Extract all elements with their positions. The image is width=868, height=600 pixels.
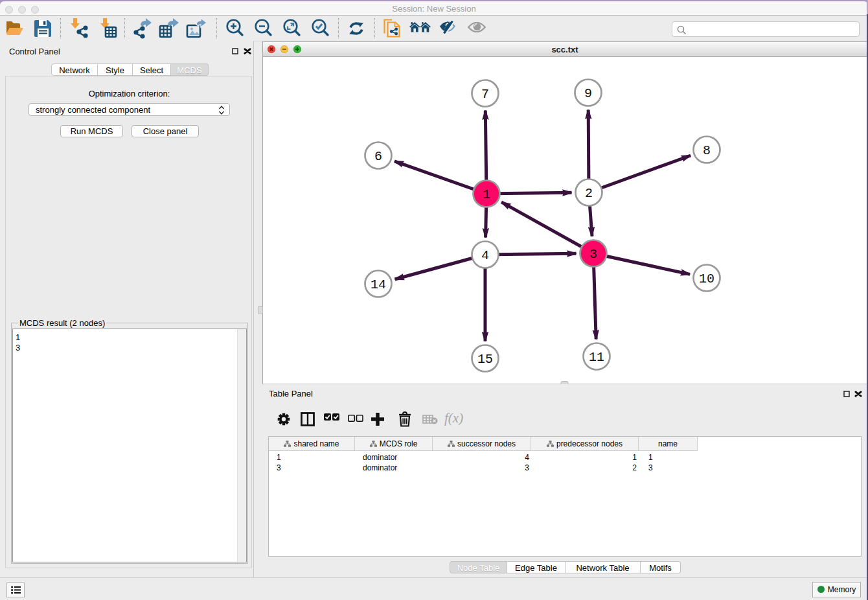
svg-text:1: 1: [483, 187, 490, 202]
svg-text:7: 7: [481, 87, 489, 102]
svg-text:15: 15: [477, 352, 493, 367]
svg-text:14: 14: [371, 277, 386, 292]
svg-text:10: 10: [699, 271, 714, 286]
svg-text:2: 2: [585, 186, 593, 201]
svg-text:6: 6: [374, 149, 382, 164]
svg-text:9: 9: [584, 86, 592, 101]
svg-text:4: 4: [481, 248, 489, 263]
svg-text:3: 3: [589, 247, 597, 262]
svg-text:8: 8: [703, 143, 711, 158]
svg-text:11: 11: [589, 350, 604, 365]
